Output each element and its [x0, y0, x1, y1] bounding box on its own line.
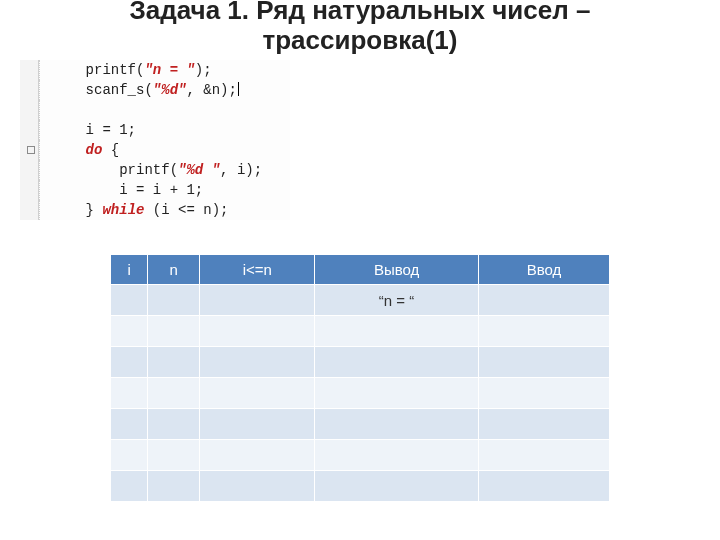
code-line: i = i + 1;	[119, 182, 203, 198]
code-line: i = 1;	[86, 122, 136, 138]
code-line: printf("%d ", i);	[119, 162, 262, 178]
table-row	[111, 471, 610, 502]
table-header: i	[111, 255, 148, 285]
fold-handle-icon	[20, 140, 39, 160]
table-header: Ввод	[478, 255, 609, 285]
table-row: “n = “	[111, 285, 610, 316]
table-header: n	[148, 255, 200, 285]
table-row	[111, 440, 610, 471]
code-line: printf("n = ");	[86, 62, 212, 78]
code-line: } while (i <= n);	[86, 202, 229, 218]
cell	[111, 285, 148, 316]
cell	[478, 285, 609, 316]
code-line: scanf_s("%d", &n);	[86, 82, 237, 98]
table-row	[111, 409, 610, 440]
page-title: Задача 1. Ряд натуральных чисел – трасси…	[0, 0, 720, 56]
cell: “n = “	[315, 285, 479, 316]
table-row	[111, 316, 610, 347]
table-row	[111, 347, 610, 378]
table-body: “n = “	[111, 285, 610, 502]
table-row	[111, 378, 610, 409]
code-line: do {	[86, 142, 120, 158]
cell	[148, 285, 200, 316]
code-sample: printf("n = "); scanf_s("%d", &n); i = 1…	[20, 60, 290, 220]
cell	[200, 285, 315, 316]
table-header: i<=n	[200, 255, 315, 285]
table-header: Вывод	[315, 255, 479, 285]
trace-table: i n i<=n Вывод Ввод “n = “	[110, 254, 610, 502]
